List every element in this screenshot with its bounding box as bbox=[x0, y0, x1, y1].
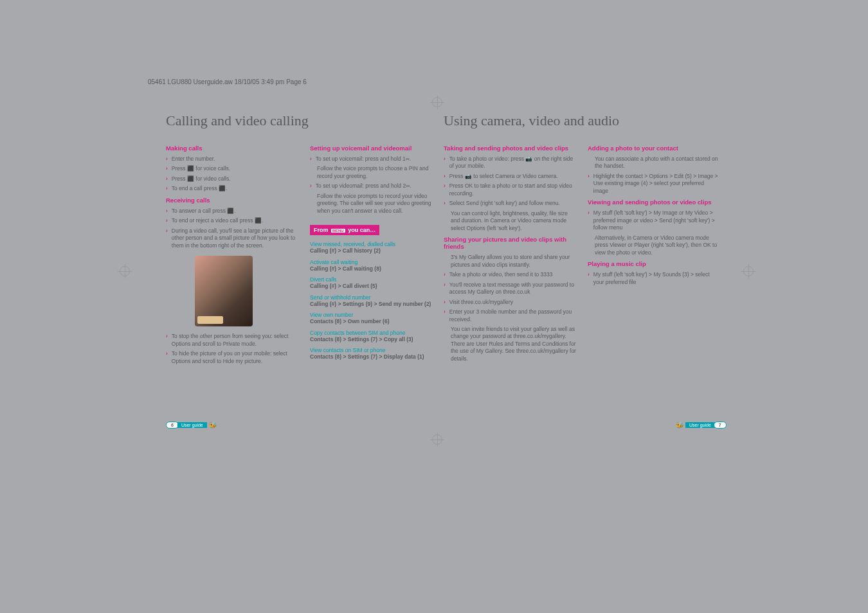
registration-mark bbox=[120, 266, 130, 276]
list-item: ›To set up videomail: press and hold 2∞. bbox=[310, 182, 442, 190]
body-text: Alternatively, in Camera or Video camera… bbox=[595, 235, 720, 256]
sub-heading: Divert calls bbox=[310, 276, 442, 283]
list-item: ›To answer a call press ⬛. bbox=[166, 208, 298, 215]
footer-label: User guide bbox=[685, 422, 715, 428]
body-text: Follow the voice prompts to choose a PIN… bbox=[317, 165, 442, 180]
footer-right: 🐝 User guide 7 bbox=[674, 422, 727, 429]
sharing-heading: Sharing your pictures and video clips wi… bbox=[444, 236, 576, 250]
viewing-heading: Viewing and sending photos or video clip… bbox=[588, 199, 720, 206]
list-item: ›Highlight the contact > Options > Edit … bbox=[588, 173, 720, 195]
page-number: 7 bbox=[714, 422, 727, 429]
menu-path: Calling (#) > Call waiting (8) bbox=[310, 265, 442, 272]
menu-path: Calling (#) > Call history (2) bbox=[310, 247, 442, 254]
menu-path: Contacts (8) > Settings (7) > Display da… bbox=[310, 353, 442, 360]
right-page: Using camera, video and audio Taking and… bbox=[444, 112, 720, 365]
registration-mark bbox=[743, 266, 754, 276]
sub-heading: Copy contacts between SIM and phone bbox=[310, 330, 442, 336]
list-item: ›To hide the picture of you on your mobi… bbox=[166, 350, 298, 365]
bee-icon: 🐝 bbox=[209, 422, 217, 429]
list-item: ›To set up voicemail: press and hold 1∞. bbox=[310, 155, 442, 163]
sub-heading: Send or withhold number bbox=[310, 294, 442, 301]
menu-path: Contacts (8) > Settings (7) > Copy all (… bbox=[310, 336, 442, 343]
registration-mark bbox=[432, 97, 442, 107]
print-header: 05461 LGU880 Userguide.aw 18/10/05 3:49 … bbox=[148, 78, 307, 85]
list-item: ›Select Send (right 'soft key') and foll… bbox=[444, 200, 576, 207]
video-call-photo bbox=[195, 256, 253, 326]
footer-left: 6 User guide 🐝 bbox=[166, 422, 219, 429]
from-menu-header: From MENU you can… bbox=[310, 225, 379, 235]
list-item: ›My stuff (left 'soft key') > My Sounds … bbox=[588, 271, 720, 286]
menu-path: Contacts (8) > Own number (6) bbox=[310, 318, 442, 325]
right-col2: Adding a photo to your contact You can a… bbox=[588, 141, 720, 365]
menu-path: Calling (#) > Settings (9) > Send my num… bbox=[310, 301, 442, 308]
list-item: ›Press ⬛ for voice calls. bbox=[166, 165, 298, 172]
list-item: ›Take a photo or video, then send it to … bbox=[444, 271, 576, 278]
page-title: Calling and video calling bbox=[166, 112, 442, 129]
list-item: ›My stuff (left 'soft key') > My Image o… bbox=[588, 209, 720, 231]
page-title: Using camera, video and audio bbox=[444, 112, 720, 129]
sub-heading: View missed, received, dialled calls bbox=[310, 241, 442, 247]
setup-heading: Setting up voicemail and videomail bbox=[310, 145, 442, 152]
list-item: ›To take a photo or video: press 📷 on th… bbox=[444, 155, 576, 170]
taking-heading: Taking and sending photos and video clip… bbox=[444, 145, 576, 152]
body-text: You can control light, brightness, quali… bbox=[451, 210, 576, 232]
body-text: You can associate a photo with a contact… bbox=[595, 155, 720, 170]
left-col1: Making calls ›Enter the number. ›Press ⬛… bbox=[166, 141, 298, 368]
sub-heading: View own number bbox=[310, 312, 442, 318]
body-text: 3's My Gallery allows you to store and s… bbox=[451, 254, 576, 269]
body-text: You can invite friends to visit your gal… bbox=[451, 326, 576, 362]
list-item: ›Press OK to take a photo or to start an… bbox=[444, 182, 576, 197]
footer-label: User guide bbox=[177, 422, 207, 428]
list-item: ›To stop the other person from seeing yo… bbox=[166, 333, 298, 348]
left-col2: Setting up voicemail and videomail ›To s… bbox=[310, 141, 442, 368]
receiving-calls-heading: Receiving calls bbox=[166, 197, 298, 204]
list-item: ›Enter your 3 mobile number and the pass… bbox=[444, 308, 576, 323]
sub-heading: Activate call waiting bbox=[310, 259, 442, 265]
registration-mark bbox=[432, 434, 442, 445]
sub-heading: View contacts on SIM or phone bbox=[310, 347, 442, 353]
list-item: ›To end or reject a video call press ⬛. bbox=[166, 217, 298, 224]
left-page: Calling and video calling Making calls ›… bbox=[166, 112, 442, 368]
page-number: 6 bbox=[166, 422, 179, 429]
making-calls-heading: Making calls bbox=[166, 145, 298, 152]
adding-heading: Adding a photo to your contact bbox=[588, 145, 720, 152]
menu-path: Calling (#) > Call divert (5) bbox=[310, 283, 442, 290]
list-item: ›To end a call press ⬛. bbox=[166, 185, 298, 192]
right-col1: Taking and sending photos and video clip… bbox=[444, 141, 576, 365]
list-item: ›During a video call, you'll see a large… bbox=[166, 227, 298, 249]
list-item: ›Press ⬛ for video calls. bbox=[166, 175, 298, 182]
list-item: ›Press 📷 to select Camera or Video camer… bbox=[444, 173, 576, 180]
bee-icon: 🐝 bbox=[676, 422, 683, 429]
list-item: ›Visit three.co.uk/mygallery bbox=[444, 299, 576, 306]
list-item: ›Enter the number. bbox=[166, 155, 298, 163]
body-text: Follow the voice prompts to record your … bbox=[317, 193, 442, 215]
playing-heading: Playing a music clip bbox=[588, 260, 720, 267]
list-item: ›You'll receive a text message with your… bbox=[444, 281, 576, 296]
